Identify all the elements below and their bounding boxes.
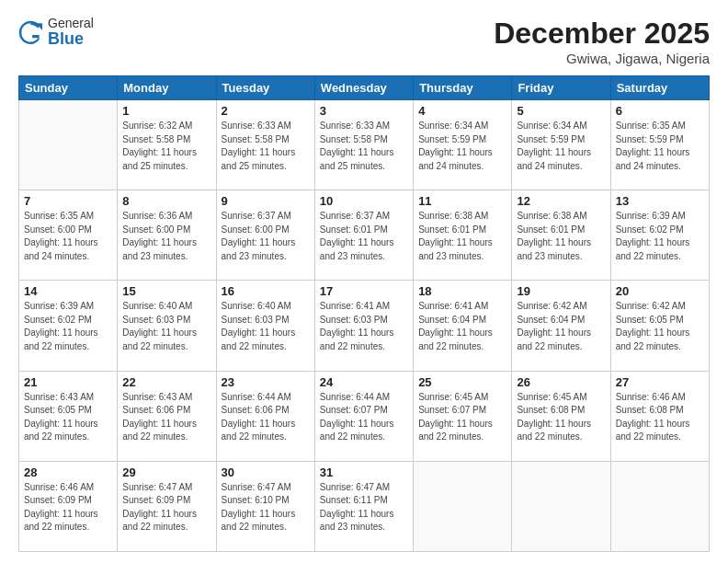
day-info: Sunrise: 6:44 AMSunset: 6:07 PMDaylight:… (320, 391, 408, 444)
day-info: Sunrise: 6:38 AMSunset: 6:01 PMDaylight:… (517, 210, 605, 263)
day-info: Sunrise: 6:41 AMSunset: 6:04 PMDaylight:… (418, 300, 506, 353)
calendar-cell: 24Sunrise: 6:44 AMSunset: 6:07 PMDayligh… (314, 371, 413, 461)
day-header-thursday: Thursday (414, 76, 512, 100)
day-number: 15 (122, 284, 210, 298)
calendar-cell (19, 100, 118, 190)
day-number: 14 (24, 284, 112, 298)
day-number: 29 (122, 465, 210, 479)
day-info: Sunrise: 6:32 AMSunset: 5:58 PMDaylight:… (122, 120, 210, 173)
day-header-wednesday: Wednesday (314, 76, 413, 100)
day-number: 2 (222, 104, 310, 118)
day-number: 16 (222, 284, 310, 298)
calendar-cell: 15Sunrise: 6:40 AMSunset: 6:03 PMDayligh… (118, 281, 216, 371)
day-header-tuesday: Tuesday (216, 76, 314, 100)
day-info: Sunrise: 6:40 AMSunset: 6:03 PMDaylight:… (122, 300, 210, 353)
day-number: 10 (320, 194, 408, 208)
day-number: 30 (222, 465, 310, 479)
day-info: Sunrise: 6:39 AMSunset: 6:02 PMDaylight:… (616, 210, 704, 263)
calendar-cell: 16Sunrise: 6:40 AMSunset: 6:03 PMDayligh… (216, 281, 314, 371)
day-number: 21 (24, 375, 112, 389)
day-info: Sunrise: 6:33 AMSunset: 5:58 PMDaylight:… (320, 120, 408, 173)
day-info: Sunrise: 6:37 AMSunset: 6:00 PMDaylight:… (222, 210, 310, 263)
day-number: 5 (517, 104, 605, 118)
calendar-cell: 29Sunrise: 6:47 AMSunset: 6:09 PMDayligh… (118, 461, 216, 551)
day-info: Sunrise: 6:35 AMSunset: 5:59 PMDaylight:… (616, 120, 704, 173)
day-number: 31 (320, 465, 408, 479)
calendar-cell: 4Sunrise: 6:34 AMSunset: 5:59 PMDaylight… (414, 100, 512, 190)
calendar-cell: 2Sunrise: 6:33 AMSunset: 5:58 PMDaylight… (216, 100, 314, 190)
day-number: 4 (418, 104, 506, 118)
calendar-cell: 3Sunrise: 6:33 AMSunset: 5:58 PMDaylight… (314, 100, 413, 190)
header: General Blue December 2025 Gwiwa, Jigawa… (18, 17, 710, 66)
week-row-3: 14Sunrise: 6:39 AMSunset: 6:02 PMDayligh… (19, 281, 710, 371)
day-info: Sunrise: 6:40 AMSunset: 6:03 PMDaylight:… (222, 300, 310, 353)
day-number: 26 (517, 375, 605, 389)
day-info: Sunrise: 6:41 AMSunset: 6:03 PMDaylight:… (320, 300, 408, 353)
day-info: Sunrise: 6:34 AMSunset: 5:59 PMDaylight:… (418, 120, 506, 173)
day-number: 13 (616, 194, 704, 208)
day-number: 8 (122, 194, 210, 208)
logo-text: General Blue (48, 17, 94, 49)
day-number: 6 (616, 104, 704, 118)
day-info: Sunrise: 6:47 AMSunset: 6:11 PMDaylight:… (320, 481, 408, 534)
logo: General Blue (18, 17, 94, 49)
day-header-saturday: Saturday (610, 76, 709, 100)
day-header-sunday: Sunday (19, 76, 118, 100)
page: General Blue December 2025 Gwiwa, Jigawa… (0, 0, 728, 563)
day-info: Sunrise: 6:43 AMSunset: 6:06 PMDaylight:… (122, 391, 210, 444)
calendar-cell: 20Sunrise: 6:42 AMSunset: 6:05 PMDayligh… (610, 281, 709, 371)
calendar-cell: 28Sunrise: 6:46 AMSunset: 6:09 PMDayligh… (19, 461, 118, 551)
calendar-cell: 26Sunrise: 6:45 AMSunset: 6:08 PMDayligh… (512, 371, 610, 461)
calendar-cell: 10Sunrise: 6:37 AMSunset: 6:01 PMDayligh… (314, 190, 413, 281)
day-number: 24 (320, 375, 408, 389)
header-row: SundayMondayTuesdayWednesdayThursdayFrid… (19, 76, 710, 100)
title-block: December 2025 Gwiwa, Jigawa, Nigeria (494, 17, 710, 66)
day-number: 27 (616, 375, 704, 389)
logo-general-text: General (48, 17, 94, 30)
day-number: 25 (418, 375, 506, 389)
calendar-cell: 9Sunrise: 6:37 AMSunset: 6:00 PMDaylight… (216, 190, 314, 281)
calendar-cell: 14Sunrise: 6:39 AMSunset: 6:02 PMDayligh… (19, 281, 118, 371)
calendar-cell: 23Sunrise: 6:44 AMSunset: 6:06 PMDayligh… (216, 371, 314, 461)
day-info: Sunrise: 6:46 AMSunset: 6:09 PMDaylight:… (24, 481, 112, 534)
day-info: Sunrise: 6:36 AMSunset: 6:00 PMDaylight:… (122, 210, 210, 263)
calendar-cell: 6Sunrise: 6:35 AMSunset: 5:59 PMDaylight… (610, 100, 709, 190)
week-row-4: 21Sunrise: 6:43 AMSunset: 6:05 PMDayligh… (19, 371, 710, 461)
calendar-cell (610, 461, 709, 551)
calendar-cell: 11Sunrise: 6:38 AMSunset: 6:01 PMDayligh… (414, 190, 512, 281)
day-number: 18 (418, 284, 506, 298)
day-info: Sunrise: 6:37 AMSunset: 6:01 PMDaylight:… (320, 210, 408, 263)
calendar-cell: 25Sunrise: 6:45 AMSunset: 6:07 PMDayligh… (414, 371, 512, 461)
day-number: 1 (122, 104, 210, 118)
calendar-cell: 12Sunrise: 6:38 AMSunset: 6:01 PMDayligh… (512, 190, 610, 281)
day-info: Sunrise: 6:38 AMSunset: 6:01 PMDaylight:… (418, 210, 506, 263)
week-row-5: 28Sunrise: 6:46 AMSunset: 6:09 PMDayligh… (19, 461, 710, 551)
calendar-cell: 30Sunrise: 6:47 AMSunset: 6:10 PMDayligh… (216, 461, 314, 551)
day-info: Sunrise: 6:43 AMSunset: 6:05 PMDaylight:… (24, 391, 112, 444)
calendar-cell: 31Sunrise: 6:47 AMSunset: 6:11 PMDayligh… (314, 461, 413, 551)
day-number: 11 (418, 194, 506, 208)
day-number: 22 (122, 375, 210, 389)
day-info: Sunrise: 6:44 AMSunset: 6:06 PMDaylight:… (222, 391, 310, 444)
day-header-monday: Monday (118, 76, 216, 100)
day-number: 23 (222, 375, 310, 389)
day-info: Sunrise: 6:34 AMSunset: 5:59 PMDaylight:… (517, 120, 605, 173)
calendar-cell: 22Sunrise: 6:43 AMSunset: 6:06 PMDayligh… (118, 371, 216, 461)
calendar-cell: 17Sunrise: 6:41 AMSunset: 6:03 PMDayligh… (314, 281, 413, 371)
calendar-cell: 7Sunrise: 6:35 AMSunset: 6:00 PMDaylight… (19, 190, 118, 281)
calendar-cell: 19Sunrise: 6:42 AMSunset: 6:04 PMDayligh… (512, 281, 610, 371)
day-number: 12 (517, 194, 605, 208)
calendar-cell (512, 461, 610, 551)
day-info: Sunrise: 6:45 AMSunset: 6:08 PMDaylight:… (517, 391, 605, 444)
day-info: Sunrise: 6:33 AMSunset: 5:58 PMDaylight:… (222, 120, 310, 173)
day-info: Sunrise: 6:47 AMSunset: 6:10 PMDaylight:… (222, 481, 310, 534)
logo-blue-text: Blue (48, 30, 94, 49)
calendar-cell: 27Sunrise: 6:46 AMSunset: 6:08 PMDayligh… (610, 371, 709, 461)
week-row-2: 7Sunrise: 6:35 AMSunset: 6:00 PMDaylight… (19, 190, 710, 281)
day-info: Sunrise: 6:42 AMSunset: 6:04 PMDaylight:… (517, 300, 605, 353)
day-info: Sunrise: 6:39 AMSunset: 6:02 PMDaylight:… (24, 300, 112, 353)
calendar-cell: 8Sunrise: 6:36 AMSunset: 6:00 PMDaylight… (118, 190, 216, 281)
calendar-title: December 2025 (494, 17, 710, 51)
calendar-cell (414, 461, 512, 551)
day-number: 9 (222, 194, 310, 208)
